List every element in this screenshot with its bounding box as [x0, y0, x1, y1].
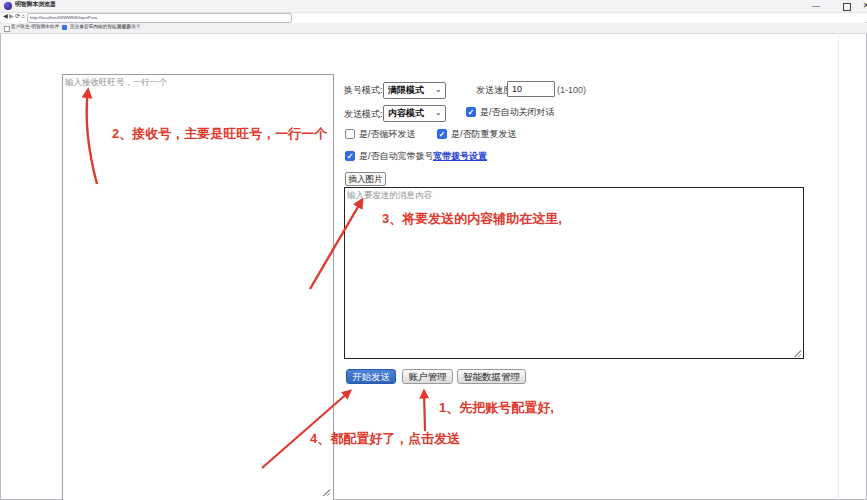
- send-mode-value: 内容模式: [388, 107, 424, 120]
- minimize-button[interactable]: —: [808, 0, 824, 12]
- check-icon: ✓: [467, 108, 475, 117]
- insert-image-button[interactable]: 插入图片: [345, 172, 386, 186]
- anti-repeat-label: 是/否防重复发送: [451, 129, 517, 140]
- auto-close-checkbox[interactable]: ✓: [466, 107, 476, 117]
- url-bar[interactable]: http://localhost/WWWNS/InputPara: [27, 13, 292, 23]
- chevron-down-icon: ⌄: [434, 106, 442, 119]
- check-icon: ✓: [346, 152, 354, 161]
- auto-dial-label: 是/否自动宽带拨号: [359, 151, 434, 162]
- favicon-placeholder-icon: [4, 26, 10, 32]
- annotation-account: 1、先把账号配置好,: [439, 399, 554, 417]
- tab-script-software[interactable]: 客户改造-明智脚本软件: [11, 24, 59, 29]
- back-icon[interactable]: ◀: [3, 13, 8, 19]
- home-icon[interactable]: ⌂: [21, 13, 25, 19]
- content-divider: [838, 33, 839, 500]
- title-bar: 明智脚本浏览器 — ✕: [0, 0, 867, 13]
- anti-repeat-checkbox[interactable]: ✓: [437, 129, 447, 139]
- switch-mode-select[interactable]: 满限模式 ⌄: [383, 82, 446, 99]
- dial-settings-link[interactable]: 宽带拨号设置: [433, 151, 487, 162]
- url-text: http://localhost/WWWNS/InputPara: [30, 16, 97, 20]
- browser-logo-icon: [4, 2, 12, 10]
- send-mode-select[interactable]: 内容模式 ⌄: [383, 105, 446, 122]
- auto-dial-checkbox[interactable]: ✓: [345, 151, 355, 161]
- loop-send-checkbox[interactable]: [345, 129, 355, 139]
- forward-icon[interactable]: ▶: [9, 13, 14, 19]
- speed-input[interactable]: [507, 81, 555, 97]
- send-mode-label: 发送模式:: [344, 108, 383, 120]
- annotation-recipients: 2、接收号，主要是旺旺号，一行一个: [112, 125, 327, 143]
- data-manage-button[interactable]: 智能数据管理: [457, 369, 526, 384]
- switch-mode-label: 换号模式:: [344, 84, 383, 96]
- tab-favicon-icon: [62, 25, 67, 30]
- start-send-button[interactable]: 开始发送: [346, 369, 396, 384]
- check-icon: ✓: [438, 130, 446, 139]
- speed-range-hint: (1-100): [557, 84, 586, 96]
- new-tab-button[interactable]: 新建选项卡: [117, 24, 140, 29]
- maximize-button[interactable]: [843, 3, 851, 11]
- switch-mode-value: 满限模式: [388, 84, 424, 97]
- window-title: 明智脚本浏览器: [15, 1, 56, 7]
- loop-send-label: 是/否循环发送: [359, 129, 416, 140]
- account-manage-button[interactable]: 账户管理: [402, 369, 453, 384]
- auto-close-label: 是/否自动关闭对话: [480, 107, 555, 118]
- chevron-down-icon: ⌄: [434, 83, 442, 96]
- close-button[interactable]: ✕: [858, 0, 867, 12]
- arrow-to-account-button: [424, 391, 425, 431]
- refresh-icon[interactable]: ⟳: [15, 13, 20, 19]
- annotation-send: 4、都配置好了，点击发送: [310, 430, 460, 448]
- annotation-message: 3、将要发送的内容辅助在这里,: [382, 210, 562, 228]
